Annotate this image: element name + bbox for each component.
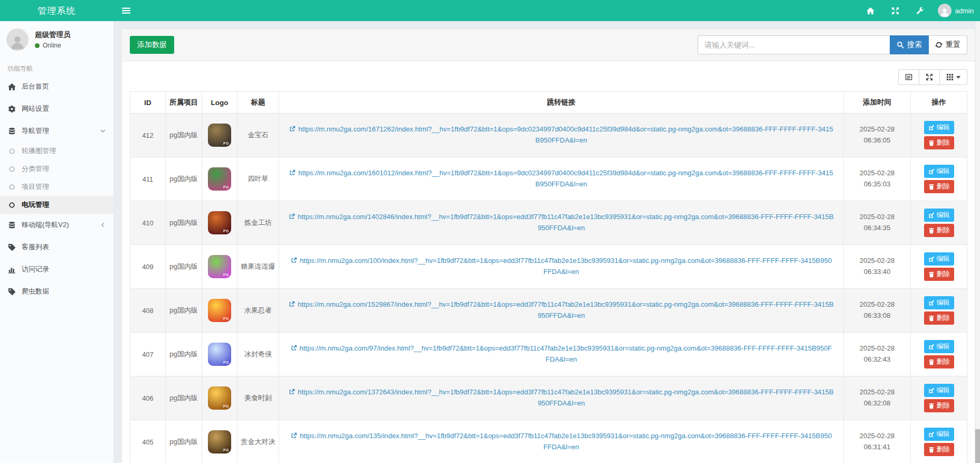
navbar-right: admin <box>858 0 980 21</box>
jump-link[interactable]: https://m.nmu2ga.com/97/index.html?__hv=… <box>291 344 832 363</box>
delete-button[interactable]: 删除 <box>924 268 954 281</box>
database-icon <box>7 127 16 135</box>
admin-username: admin <box>955 7 974 15</box>
tools-button[interactable] <box>908 0 933 21</box>
delete-button[interactable]: 删除 <box>924 355 954 368</box>
game-logo: PG <box>208 299 231 322</box>
cell-actions: 编辑 删除 <box>911 289 967 333</box>
delete-button[interactable]: 删除 <box>924 180 954 193</box>
sidebar-item-label: 导航管理 <box>22 126 94 136</box>
cell-title: 四叶草 <box>237 157 279 201</box>
pg-badge: PG <box>223 317 229 320</box>
sidebar-item-home[interactable]: 后台首页 <box>0 75 113 98</box>
table-row: 407 pg国内版 PG 冰封奇侠 https://m.nmu2ga.com/9… <box>130 333 967 376</box>
search-button[interactable]: 搜索 <box>890 35 929 54</box>
sidebar-item-project[interactable]: 项目管理 <box>0 178 113 196</box>
sidebar-item-nav[interactable]: 导航管理 <box>0 120 113 142</box>
jump-link[interactable]: https://m.nmu2ga.com/1529867/index.html?… <box>289 300 833 319</box>
online-label: Online <box>43 42 61 49</box>
sidebar-item-label: 项目管理 <box>22 182 106 192</box>
table-fullscreen-button[interactable] <box>919 69 940 85</box>
edit-button[interactable]: 编辑 <box>924 165 954 178</box>
sidebar-item-service[interactable]: 客服列表 <box>0 236 113 258</box>
sidebar-item-crawler[interactable]: 爬虫数据 <box>0 280 113 303</box>
column-header: 所属项目 <box>166 92 202 114</box>
scrollbar-thumb[interactable] <box>975 429 980 463</box>
edit-button[interactable]: 编辑 <box>924 121 954 134</box>
column-header: 跳转链接 <box>279 92 844 114</box>
delete-button[interactable]: 删除 <box>924 399 954 412</box>
person-icon <box>939 7 950 17</box>
trash-icon <box>928 228 935 234</box>
cell-project: pg国内版 <box>166 420 202 463</box>
jump-link[interactable]: https://m.nmu2ga.com/100/index.html?__hv… <box>291 257 832 276</box>
delete-button[interactable]: 删除 <box>924 224 954 237</box>
sidebar-item-visits[interactable]: 访问记录 <box>0 258 113 280</box>
added-time: 06:35:03 <box>847 179 907 190</box>
edit-icon <box>928 212 935 219</box>
table-row: 406 pg国内版 PG 美食时刻 https://m.nmu2ga.com/1… <box>130 376 967 420</box>
column-header: 操作 <box>911 92 967 114</box>
edit-icon <box>928 168 935 175</box>
jump-link-url: https://m.nmu2ga.com/135/index.html?__hv… <box>300 432 832 451</box>
sidebar-item-category[interactable]: 分类管理 <box>0 160 113 178</box>
sidebar-item-label: 分类管理 <box>22 164 106 174</box>
sidebar-item-mobile[interactable]: 移动端(导航V2) <box>0 214 113 236</box>
game-logo: PG <box>208 343 231 366</box>
jump-link[interactable]: https://m.nmu2ga.com/1402846/index.html?… <box>289 213 833 232</box>
jump-link[interactable]: https://m.nmu2ga.com/135/index.html?__hv… <box>291 432 832 451</box>
refresh-icon <box>935 41 943 49</box>
edit-button[interactable]: 编辑 <box>924 384 954 397</box>
trash-icon <box>928 271 935 278</box>
grid-icon <box>946 73 954 81</box>
caret-down-icon <box>956 76 960 79</box>
delete-button[interactable]: 删除 <box>924 443 954 456</box>
edit-icon <box>928 431 935 438</box>
list-icon <box>905 73 912 81</box>
cell-id: 412 <box>130 114 166 157</box>
cell-logo: PG <box>202 157 237 201</box>
jump-link[interactable]: https://m.nmu2ga.com/1671262/index.html?… <box>289 125 833 144</box>
cell-link: https://m.nmu2ga.com/1372643/index.html?… <box>279 376 844 420</box>
added-date: 2025-02-28 <box>847 212 907 223</box>
sidebar-item-carousel[interactable]: 轮播图管理 <box>0 142 113 160</box>
delete-button[interactable]: 删除 <box>924 311 954 325</box>
edit-button[interactable]: 编辑 <box>924 340 954 353</box>
expand-icon <box>926 73 933 81</box>
edit-button[interactable]: 编辑 <box>924 209 954 222</box>
game-logo: PG <box>208 386 231 410</box>
cell-title: 美食时刻 <box>237 376 279 420</box>
delete-button[interactable]: 删除 <box>924 136 954 149</box>
external-link-icon <box>289 389 295 395</box>
edit-button[interactable]: 编辑 <box>924 428 954 441</box>
sidebar-menu: 后台首页 网站设置 导航管理 轮播图管理 分类管理 项目管理 电玩管理 移动端(… <box>0 75 113 303</box>
jump-link[interactable]: https://m.nmu2ga.com/1372643/index.html?… <box>289 388 833 407</box>
admin-menu[interactable]: admin <box>933 0 980 21</box>
external-link-icon <box>289 301 295 307</box>
sidebar-item-games[interactable]: 电玩管理 <box>0 196 113 214</box>
jump-link[interactable]: https://m.nmu2ga.com/1601012/index.html?… <box>289 169 833 188</box>
search-input[interactable] <box>698 35 890 54</box>
reset-button[interactable]: 重置 <box>929 35 967 54</box>
edit-button[interactable]: 编辑 <box>924 252 954 266</box>
sidebar-item-label: 移动端(导航V2) <box>22 220 94 230</box>
app-title: 管理系统 <box>0 0 113 21</box>
add-data-button[interactable]: 添加数据 <box>130 36 174 54</box>
cell-time: 2025-02-28 06:36:05 <box>844 114 911 157</box>
edit-button[interactable]: 编辑 <box>924 296 954 309</box>
jump-link-url: https://m.nmu2ga.com/1402846/index.html?… <box>298 213 833 232</box>
trash-icon <box>928 447 935 453</box>
sidebar-item-settings[interactable]: 网站设置 <box>0 98 113 120</box>
game-logo: PG <box>208 167 231 191</box>
user-avatar <box>6 29 28 51</box>
wrench-icon <box>916 7 924 15</box>
pg-badge: PG <box>223 229 229 233</box>
sidebar-toggle-button[interactable] <box>113 0 139 21</box>
chart-icon <box>7 266 16 273</box>
columns-button[interactable] <box>940 69 967 85</box>
fullscreen-button[interactable] <box>883 0 908 21</box>
added-date: 2025-02-28 <box>847 256 907 267</box>
cell-title: 金宝石 <box>237 114 279 157</box>
home-button[interactable] <box>858 0 883 21</box>
detail-view-button[interactable] <box>898 69 919 85</box>
